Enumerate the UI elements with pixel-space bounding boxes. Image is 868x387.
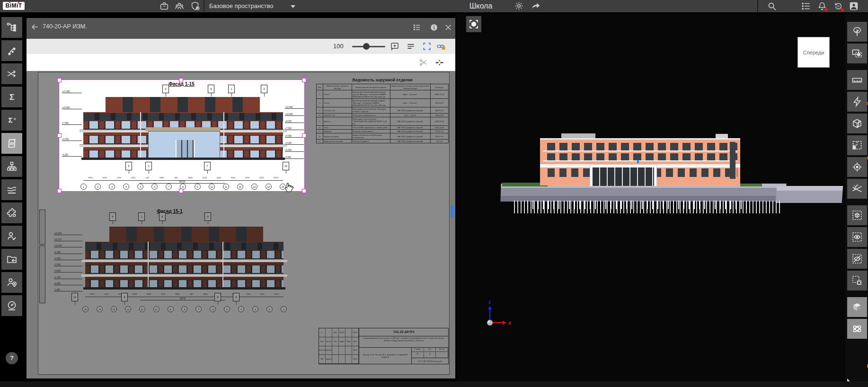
layers-menu-icon[interactable] [406, 42, 416, 51]
viewport-3d[interactable]: Спереди z x [456, 14, 845, 381]
tool-isolate[interactable] [847, 205, 867, 225]
tool-flash[interactable] [847, 92, 867, 112]
elevation-mark: -0,200 [62, 154, 82, 157]
tool-ruler[interactable] [847, 70, 867, 90]
share-icon[interactable] [531, 1, 541, 11]
axis-z-label: z [488, 299, 491, 305]
selection-handle-se[interactable] [302, 189, 306, 193]
history-icon[interactable]: 10 [833, 1, 843, 11]
table-cell: 1 [317, 90, 323, 99]
dimension-value: 6370 [240, 176, 255, 180]
selection-region[interactable]: Фасад 1-15 [59, 79, 305, 192]
sidebar-item-plugins[interactable] [1, 202, 22, 223]
sidebar-item-gauge[interactable] [1, 295, 22, 316]
selection-handle-n[interactable] [179, 78, 183, 82]
link-lock-icon[interactable] [436, 42, 446, 51]
elevation-mark: +10,050 [54, 245, 82, 247]
zoom-slider-thumb[interactable] [363, 43, 370, 50]
grid-bubble: 7 [166, 184, 172, 190]
briefcase-icon[interactable] [159, 1, 169, 11]
dimension-value: 6310 [269, 176, 283, 180]
elevation-mark: +3,750 [54, 276, 82, 279]
org-chart-icon [6, 161, 18, 172]
sidebar-item-org-chart[interactable] [1, 156, 22, 177]
tool-section-cube[interactable] [847, 114, 867, 133]
viewer-header: 740-20-АР ИЗМ. [27, 18, 455, 35]
help-button[interactable]: ? [6, 352, 18, 364]
table-cell: Участки стен [323, 114, 352, 117]
title-block-cell [345, 355, 352, 363]
bimit-logo[interactable]: BiMiT [3, 2, 25, 10]
tool-locate[interactable] [847, 157, 867, 177]
selection-handle-ne[interactable] [302, 78, 306, 82]
scissors-icon[interactable] [418, 58, 428, 67]
dimension-value: 620 [141, 176, 155, 180]
info-icon[interactable] [430, 23, 438, 32]
sidebar-item-folder-import[interactable] [1, 249, 22, 270]
sidebar-item-sum[interactable]: Σ [1, 87, 22, 107]
sidebar-item-sum-plus[interactable]: Σ+ [1, 110, 22, 131]
tool-clear-selection[interactable] [847, 271, 867, 290]
sidebar-item-trends[interactable] [1, 179, 22, 200]
search-icon[interactable] [767, 1, 777, 11]
title-block-cell [332, 355, 339, 363]
detail-callout: 3 [162, 85, 169, 93]
document-canvas[interactable]: Фасад 15-1 +13, [27, 71, 455, 378]
sidebar-item-shuffle[interactable] [1, 63, 22, 84]
account-icon[interactable] [849, 1, 859, 11]
title-block-docname: Фасад 1-15. Фасад 15-1. Ведомость наружн… [359, 348, 412, 364]
gear-icon[interactable] [514, 1, 524, 11]
sheet-list-icon[interactable] [413, 23, 421, 32]
tool-overlap-select[interactable] [847, 44, 867, 63]
sidebar-item-user-location[interactable] [1, 272, 22, 293]
back-icon[interactable] [30, 22, 40, 32]
view-orientation-label[interactable]: Спереди [797, 37, 830, 68]
dimension-value: 3120 [197, 176, 212, 180]
grid-bubble: 4 [238, 306, 244, 312]
selection-handle-w[interactable] [57, 133, 62, 138]
sidebar-item-structure-tree[interactable] [1, 17, 22, 38]
shield-access-icon[interactable] [190, 1, 201, 11]
team-icon[interactable] [174, 1, 185, 11]
title-block-company: ООО "АСПЭК-Интерстрой" [412, 358, 448, 364]
add-comment-icon[interactable] [390, 42, 399, 51]
tool-hide[interactable] [847, 249, 867, 269]
tool-grid-axes[interactable]: 12 [847, 179, 867, 199]
close-icon[interactable] [444, 23, 452, 32]
viewer-scrollbar-thumb[interactable] [451, 205, 454, 217]
capture-viewpoint-button[interactable] [466, 16, 481, 32]
stage-value: П [412, 352, 424, 358]
tool-floorplan[interactable] [847, 135, 867, 155]
elevation-mark: +7,050 [54, 264, 82, 266]
tool-show[interactable] [847, 227, 867, 247]
history-count: 10 [837, 5, 840, 8]
dimension-value: 6370 [85, 293, 99, 297]
sidebar-item-view-2d[interactable]: 2D [1, 133, 22, 154]
logo-accent-dot [9, 1, 10, 3]
selection-handle-nw[interactable] [57, 78, 62, 82]
tool-nature[interactable] [847, 22, 867, 42]
bell-icon[interactable] [817, 1, 827, 11]
sidebar-item-connections[interactable] [1, 40, 22, 61]
tool-shaded-cube[interactable] [847, 297, 867, 317]
selection-handle-s[interactable] [179, 189, 183, 193]
table-cell: Стены [323, 90, 352, 99]
workspace-selector[interactable]: Базовое пространство [209, 0, 274, 12]
sidebar-item-user-check[interactable] [1, 226, 22, 246]
zoom-slider[interactable] [352, 46, 385, 47]
tool-orbit[interactable] [847, 319, 867, 339]
selection-handle-e[interactable] [302, 133, 306, 138]
section-crosshair-icon[interactable] [434, 57, 444, 67]
chevron-down-icon[interactable] [291, 5, 295, 8]
topbar-divider [757, 0, 758, 12]
zoom-level[interactable]: 100 [333, 39, 344, 54]
table-row: 6ОкнаОкна из ПВХ переплётов с ламинацией… [317, 126, 449, 130]
grid-axes-icon: 12 [851, 183, 863, 194]
table-cell: Штукатурка по утеплителю "ТЕХНОНИКОЛЬ CA… [352, 117, 390, 126]
title-block-cell: 142-22 [339, 328, 345, 337]
fit-screen-icon[interactable] [422, 42, 432, 51]
facade2-elevation-marks: +13,660+11,570+10,050+9,280+7,650+7,050+… [54, 232, 82, 291]
title-block-cell: Разработал [319, 346, 326, 355]
selection-handle-sw[interactable] [57, 189, 62, 193]
list-menu-icon[interactable] [801, 1, 811, 11]
